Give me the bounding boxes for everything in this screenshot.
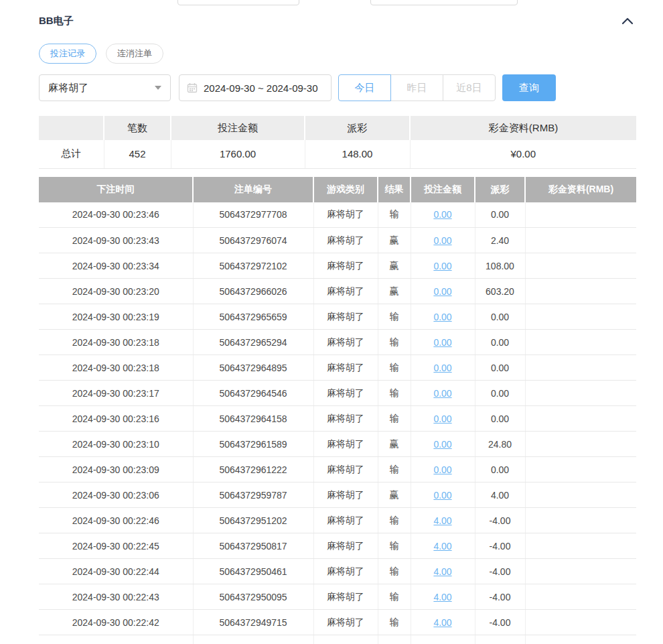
cell-payout: 0.00 xyxy=(475,355,525,381)
cell-bet-amount: 0.00 xyxy=(411,253,475,279)
cell-payout: 603.20 xyxy=(475,279,525,304)
cell-game-type: 麻将胡了 xyxy=(313,202,378,228)
cell-result xyxy=(378,635,411,644)
cell-bet-time: 2024-09-30 00:23:06 xyxy=(39,482,193,508)
table-row: 2024-09-30 00:22:42 5064372949715 麻将胡了 输… xyxy=(39,610,636,635)
table-row: 2024-09-30 00:23:43 5064372976074 麻将胡了 赢… xyxy=(39,228,636,253)
table-row xyxy=(39,635,636,644)
cell-bet-time: 2024-09-30 00:23:34 xyxy=(39,253,193,279)
cell-game-type: 麻将胡了 xyxy=(313,304,378,330)
bet-amount-link[interactable]: 0.00 xyxy=(433,286,451,297)
cell-payout: 24.80 xyxy=(475,432,525,457)
cell-game-type: 麻将胡了 xyxy=(313,330,378,355)
date-range-picker[interactable]: 2024-09-30 ~ 2024-09-30 xyxy=(179,74,332,101)
bet-amount-link[interactable]: 4.00 xyxy=(433,592,451,602)
yesterday-button[interactable]: 昨日 xyxy=(390,74,443,101)
cell-payout: 0.00 xyxy=(475,304,525,330)
bet-amount-link[interactable]: 0.00 xyxy=(433,363,451,373)
col-header-bet-time: 下注时间 xyxy=(39,177,193,202)
cell-bet-amount: 0.00 xyxy=(411,304,475,330)
chevron-up-icon xyxy=(621,17,634,27)
cell-bet-time: 2024-09-30 00:23:18 xyxy=(39,355,193,381)
cell-game-type: 麻将胡了 xyxy=(313,228,378,253)
cell-bet-amount: 4.00 xyxy=(411,584,475,610)
cell-game-type xyxy=(313,635,378,644)
cell-bet-amount: 0.00 xyxy=(411,432,475,457)
cell-game-type: 麻将胡了 xyxy=(313,482,378,508)
cell-game-type: 麻将胡了 xyxy=(313,355,378,381)
bet-amount-link[interactable]: 0.00 xyxy=(433,439,451,450)
table-row: 2024-09-30 00:23:18 5064372965294 麻将胡了 输… xyxy=(39,330,636,355)
cell-order-number: 5064372950095 xyxy=(193,584,313,610)
cell-bet-amount: 0.00 xyxy=(411,279,475,304)
cell-bonus xyxy=(525,304,636,330)
cell-bet-amount: 0.00 xyxy=(411,228,475,253)
bet-amount-link[interactable]: 0.00 xyxy=(433,209,451,220)
bet-amount-link[interactable]: 0.00 xyxy=(433,235,451,246)
query-button[interactable]: 查询 xyxy=(502,74,556,101)
cell-bonus xyxy=(525,330,636,355)
bet-amount-link[interactable]: 4.00 xyxy=(433,566,451,577)
summary-total-bonus: ¥0.00 xyxy=(410,140,636,168)
bet-amount-link[interactable]: 0.00 xyxy=(433,388,451,399)
table-row: 2024-09-30 00:22:44 5064372950461 麻将胡了 输… xyxy=(39,559,636,584)
cell-bet-time: 2024-09-30 00:23:17 xyxy=(39,381,193,406)
cell-payout: 0.00 xyxy=(475,457,525,482)
cell-game-type: 麻将胡了 xyxy=(313,533,378,559)
last-8-days-button[interactable]: 近8日 xyxy=(443,74,496,101)
cell-result: 输 xyxy=(378,202,411,228)
cell-bet-amount: 4.00 xyxy=(411,533,475,559)
collapse-panel-button[interactable] xyxy=(619,15,636,27)
cell-bonus xyxy=(525,228,636,253)
tab-cancelled-orders[interactable]: 连消注单 xyxy=(106,44,163,64)
bet-amount-link[interactable]: 4.00 xyxy=(433,515,451,526)
cropped-input-left[interactable] xyxy=(177,0,299,5)
cell-order-number: 5064372976074 xyxy=(193,228,313,253)
cell-payout: -4.00 xyxy=(475,559,525,584)
cell-bet-time: 2024-09-30 00:23:43 xyxy=(39,228,193,253)
records-body: 2024-09-30 00:23:46 5064372977708 麻将胡了 输… xyxy=(39,202,636,644)
cell-bonus xyxy=(525,381,636,406)
bet-amount-link[interactable]: 0.00 xyxy=(433,490,451,501)
cell-game-type: 麻将胡了 xyxy=(313,279,378,304)
cell-bonus xyxy=(525,584,636,610)
bet-amount-link[interactable]: 0.00 xyxy=(433,261,451,271)
bet-amount-link[interactable]: 0.00 xyxy=(433,337,451,348)
cell-order-number: 5064372965294 xyxy=(193,330,313,355)
table-row: 2024-09-30 00:23:06 5064372959787 麻将胡了 赢… xyxy=(39,482,636,508)
cell-bet-time: 2024-09-30 00:23:20 xyxy=(39,279,193,304)
chevron-down-icon xyxy=(155,86,161,90)
cell-game-type: 麻将胡了 xyxy=(313,610,378,635)
tab-bet-records[interactable]: 投注记录 xyxy=(39,44,96,64)
today-button[interactable]: 今日 xyxy=(338,74,391,101)
summary-total-payout: 148.00 xyxy=(305,140,410,168)
bet-amount-link[interactable]: 4.00 xyxy=(433,617,451,628)
table-row: 2024-09-30 00:23:10 5064372961589 麻将胡了 赢… xyxy=(39,432,636,457)
game-select[interactable]: 麻将胡了 xyxy=(39,74,171,101)
cell-result: 输 xyxy=(378,355,411,381)
bet-amount-link[interactable]: 0.00 xyxy=(433,312,451,322)
bet-amount-link[interactable]: 0.00 xyxy=(433,464,451,475)
cell-bet-amount: 0.00 xyxy=(411,355,475,381)
cell-bet-time: 2024-09-30 00:23:46 xyxy=(39,202,193,228)
cropped-input-right[interactable] xyxy=(370,0,518,5)
bet-amount-link[interactable]: 4.00 xyxy=(433,541,451,552)
cell-order-number xyxy=(193,635,313,644)
cell-result: 输 xyxy=(378,457,411,482)
bet-amount-link[interactable]: 0.00 xyxy=(433,413,451,424)
table-row: 2024-09-30 00:23:46 5064372977708 麻将胡了 输… xyxy=(39,202,636,228)
cell-result: 输 xyxy=(378,381,411,406)
summary-col-bet-amount: 投注金额 xyxy=(171,116,305,140)
cell-result: 输 xyxy=(378,610,411,635)
cell-bonus xyxy=(525,482,636,508)
summary-total-label: 总计 xyxy=(39,140,104,168)
cell-bet-time: 2024-09-30 00:23:10 xyxy=(39,432,193,457)
summary-header-row: 笔数 投注金额 派彩 彩金资料(RMB) xyxy=(39,116,636,140)
cell-bonus xyxy=(525,610,636,635)
summary-table: 笔数 投注金额 派彩 彩金资料(RMB) 总计 452 1760.00 148.… xyxy=(39,116,636,169)
cell-bet-time: 2024-09-30 00:22:44 xyxy=(39,559,193,584)
cell-payout: 0.00 xyxy=(475,406,525,432)
table-row: 2024-09-30 00:23:34 5064372972102 麻将胡了 赢… xyxy=(39,253,636,279)
cell-result: 输 xyxy=(378,304,411,330)
page-title: BB电子 xyxy=(39,15,74,27)
